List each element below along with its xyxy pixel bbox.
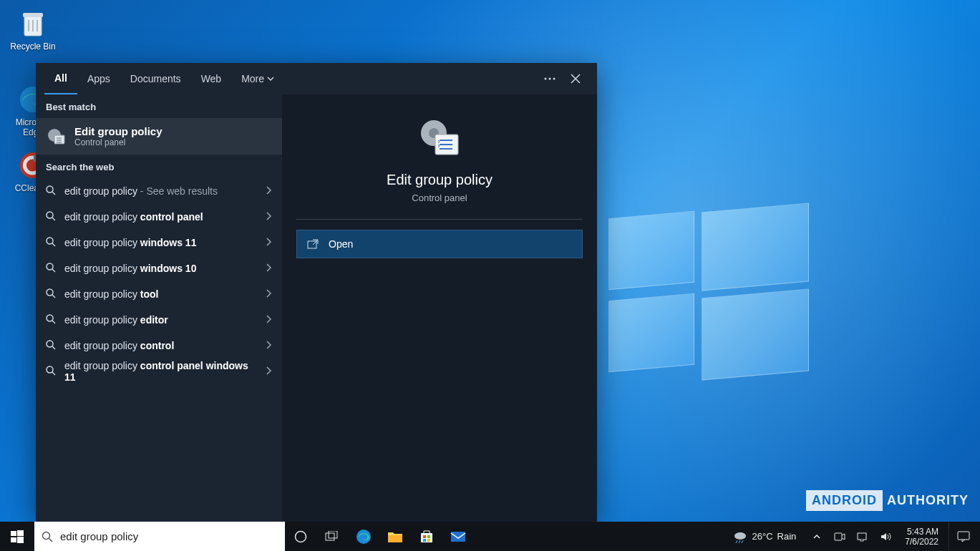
chevron-right-icon: [265, 263, 272, 274]
svg-rect-36: [427, 539, 430, 542]
web-result-text: edit group policy control panel: [64, 211, 203, 223]
chevron-up-icon: [813, 533, 820, 540]
pinned-store[interactable]: [411, 522, 442, 551]
web-result-row[interactable]: edit group policy windows 10: [36, 255, 282, 281]
detail-title: Edit group policy: [387, 172, 493, 188]
desktop-icon-recycle-bin[interactable]: Recycle Bin: [6, 7, 60, 52]
weather-widget[interactable]: 26°C Rain: [726, 530, 803, 543]
svg-rect-25: [17, 537, 24, 543]
web-result-row[interactable]: edit group policy windows 11: [36, 230, 282, 255]
svg-rect-22: [11, 531, 16, 536]
web-result-text: edit group policy windows 11: [64, 237, 196, 248]
svg-point-10: [47, 186, 53, 192]
web-result-row[interactable]: edit group policy control: [36, 333, 282, 359]
weather-icon: [733, 530, 747, 543]
taskbar: 26°C Rain 5:43 AM 7/6/2022: [0, 522, 980, 551]
search-icon: [46, 185, 56, 198]
web-result-row[interactable]: edit group policy control panel windows …: [36, 359, 282, 384]
svg-rect-24: [11, 537, 16, 542]
svg-rect-1: [23, 13, 43, 17]
camera-icon: [834, 532, 845, 542]
svg-point-6: [549, 78, 551, 80]
web-result-text: edit group policy control: [64, 340, 174, 351]
windows-logo-wallpaper: [608, 200, 809, 386]
taskbar-clock[interactable]: 5:43 AM 7/6/2022: [899, 527, 944, 547]
taskbar-search[interactable]: [34, 522, 285, 551]
search-icon: [46, 263, 56, 275]
svg-point-15: [47, 315, 53, 321]
search-input[interactable]: [60, 530, 278, 542]
tab-apps[interactable]: Apps: [77, 63, 120, 94]
chevron-down-icon: [267, 75, 274, 82]
task-view-button[interactable]: [316, 522, 348, 551]
store-icon: [419, 530, 434, 544]
svg-point-14: [47, 289, 53, 296]
best-match-header: Best match: [36, 94, 282, 118]
best-match-subtitle: Control panel: [74, 137, 162, 147]
tab-web[interactable]: Web: [191, 63, 232, 94]
tab-documents[interactable]: Documents: [120, 63, 191, 94]
svg-point-7: [553, 78, 556, 80]
svg-rect-35: [423, 539, 426, 542]
svg-rect-40: [858, 533, 866, 540]
action-center-button[interactable]: [949, 522, 977, 551]
svg-rect-31: [388, 535, 402, 542]
svg-rect-33: [423, 535, 426, 538]
pinned-explorer[interactable]: [379, 522, 411, 551]
ellipsis-icon: [544, 77, 556, 80]
pinned-mail[interactable]: [442, 522, 474, 551]
search-icon: [42, 531, 53, 542]
open-icon: [307, 239, 319, 249]
search-filter-tabs: All Apps Documents Web More: [36, 63, 597, 94]
tab-all[interactable]: All: [44, 63, 77, 94]
best-match-title: Edit group policy: [74, 125, 162, 137]
open-button-label: Open: [329, 238, 353, 250]
tray-volume[interactable]: [876, 532, 895, 542]
web-result-row[interactable]: edit group policy - See web results: [36, 178, 282, 204]
chevron-right-icon: [265, 288, 272, 300]
results-list: Best match Edit group policy Control pan…: [36, 94, 282, 522]
web-result-row[interactable]: edit group policy control panel: [36, 204, 282, 230]
recycle-bin-icon: [17, 7, 49, 39]
web-result-row[interactable]: edit group policy tool: [36, 281, 282, 307]
tray-meet-now[interactable]: [830, 532, 849, 542]
start-button[interactable]: [0, 522, 34, 551]
search-icon: [46, 314, 56, 326]
chevron-right-icon: [265, 237, 272, 248]
result-detail-pane: Edit group policy Control panel Open: [282, 94, 597, 522]
network-icon: [857, 532, 868, 542]
web-result-text: edit group policy tool: [64, 288, 159, 300]
weather-temp: 26°C: [752, 531, 772, 542]
detail-subtitle: Control panel: [412, 192, 467, 203]
close-icon: [571, 74, 581, 84]
cortana-button[interactable]: [285, 522, 316, 551]
svg-point-12: [47, 238, 53, 244]
clock-time: 5:43 AM: [905, 527, 938, 537]
svg-point-11: [47, 212, 53, 218]
open-button[interactable]: Open: [296, 230, 583, 258]
svg-rect-41: [958, 532, 969, 540]
folder-icon: [387, 530, 403, 543]
close-button[interactable]: [563, 66, 588, 92]
control-panel-icon: [417, 117, 462, 160]
volume-icon: [880, 532, 891, 542]
chevron-right-icon: [265, 366, 272, 377]
tray-overflow[interactable]: [807, 533, 826, 540]
search-icon: [46, 211, 56, 223]
more-options-button[interactable]: [537, 66, 563, 92]
tab-more[interactable]: More: [231, 63, 284, 94]
web-result-row[interactable]: edit group policy editor: [36, 307, 282, 333]
start-search-panel: All Apps Documents Web More Best match E…: [36, 63, 597, 522]
mail-icon: [450, 530, 466, 543]
chevron-right-icon: [265, 314, 272, 326]
svg-rect-32: [421, 533, 432, 542]
svg-rect-34: [427, 535, 430, 538]
svg-rect-37: [451, 532, 465, 542]
windows-icon: [11, 530, 24, 543]
svg-point-27: [296, 531, 306, 542]
pinned-edge[interactable]: [348, 522, 379, 551]
best-match-item[interactable]: Edit group policy Control panel: [36, 118, 282, 155]
svg-rect-39: [835, 533, 842, 540]
tray-network[interactable]: [853, 532, 872, 542]
svg-rect-28: [326, 533, 334, 540]
